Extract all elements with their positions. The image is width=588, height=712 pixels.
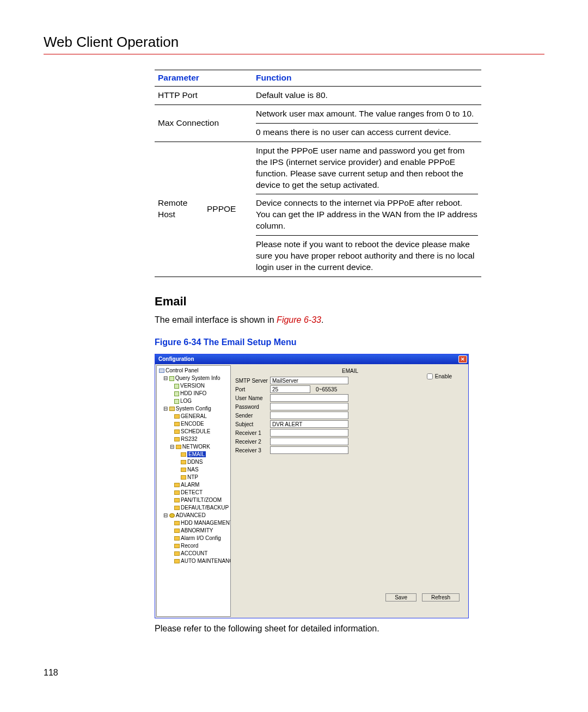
main-panel: EMAIL Enable SMTP Server Port 0~65535 Us…	[232, 364, 468, 618]
doc-icon	[169, 376, 174, 381]
port-input[interactable]	[270, 385, 310, 393]
cell-pppoe: PPPOE	[204, 142, 253, 277]
refresh-button[interactable]: Refresh	[422, 593, 460, 601]
subject-input[interactable]	[270, 420, 348, 428]
tree-item[interactable]: DETECT	[181, 489, 203, 495]
label-subject: Subject	[235, 421, 270, 428]
folder-icon	[176, 445, 181, 449]
folder-icon	[174, 414, 180, 419]
section-after: Please refer to the following sheet for …	[155, 623, 544, 635]
folder-icon	[181, 452, 186, 457]
text: .	[321, 315, 323, 324]
tree-item[interactable]: DEFAULT/BACKUP	[181, 505, 229, 511]
label-receiver1: Receiver 1	[235, 429, 270, 437]
figure-link: Figure 6-33	[277, 315, 321, 324]
enable-label: Enable	[435, 373, 452, 380]
folder-icon	[181, 468, 186, 472]
tree-item[interactable]: VERSION	[180, 383, 205, 389]
tree-root[interactable]: Control Panel	[166, 367, 199, 373]
doc-icon	[174, 399, 179, 404]
smtp-input[interactable]	[270, 377, 348, 384]
folder-icon	[174, 422, 180, 426]
folder-icon	[174, 551, 180, 556]
figure-caption: Figure 6-34 The Email Setup Menu	[155, 336, 544, 348]
tree-item[interactable]: ENCODE	[181, 421, 204, 427]
label-port: Port	[235, 386, 270, 394]
folder-icon	[174, 506, 180, 510]
th-function: Function	[253, 70, 481, 87]
tree-item[interactable]: HDD INFO	[180, 390, 206, 396]
label-username: User Name	[235, 395, 270, 402]
cell-http-port: HTTP Port	[155, 87, 253, 105]
password-input[interactable]	[270, 403, 348, 410]
tree-item[interactable]: SCHEDULE	[181, 428, 210, 434]
save-button[interactable]: Save	[385, 593, 416, 601]
screenshot-window: Configuration ✕ Control Panel ⊟ Query Sy…	[155, 354, 469, 618]
tree-item[interactable]: DDNS	[187, 459, 203, 465]
label-receiver2: Receiver 2	[235, 438, 270, 446]
port-hint: 0~65535	[316, 386, 337, 394]
tree-item[interactable]: ABNORMITY	[181, 527, 213, 533]
cell-max-conn: Max Connection	[155, 105, 253, 142]
tree-item[interactable]: ADVANCED	[176, 512, 206, 518]
text: Input the PPPoE user name and password y…	[256, 145, 478, 191]
receiver2-input[interactable]	[270, 438, 348, 445]
title-rule	[44, 54, 544, 54]
enable-checkbox[interactable]	[427, 373, 433, 379]
folder-icon	[174, 437, 180, 441]
cell-pppoe-func: Input the PPPoE user name and password y…	[253, 142, 481, 277]
tree-item[interactable]: Alarm I/O Config	[181, 535, 221, 541]
text: Network user max amount. The value range…	[256, 108, 478, 120]
folder-icon	[181, 475, 186, 480]
cell-remote-host: Remote Host	[155, 142, 204, 277]
tree-item[interactable]: RS232	[181, 436, 198, 442]
folder-icon	[174, 559, 180, 563]
tree-item[interactable]: ALARM	[181, 482, 199, 488]
cell-http-port-func: Default value is 80.	[253, 87, 481, 105]
nav-tree[interactable]: Control Panel ⊟ Query System Info VERSIO…	[156, 365, 231, 617]
section-intro: The email interface is shown in Figure 6…	[155, 314, 544, 326]
section-heading: Email	[155, 293, 544, 310]
tree-item[interactable]: PAN/TILT/ZOOM	[181, 497, 222, 503]
titlebar: Configuration ✕	[155, 354, 468, 364]
tree-item[interactable]: ACCOUNT	[181, 550, 207, 556]
label-password: Password	[235, 403, 270, 411]
doc-icon	[174, 391, 179, 396]
label-sender: Sender	[235, 412, 270, 420]
th-parameter: Parameter	[155, 70, 253, 87]
parameter-table: Parameter Function HTTP Port Default val…	[155, 70, 481, 277]
tree-item[interactable]: AUTO MAINTENANCE	[181, 558, 231, 564]
tree-item[interactable]: NTP	[187, 474, 198, 480]
tree-item[interactable]: LOG	[180, 398, 192, 404]
label-smtp: SMTP Server	[235, 377, 270, 385]
folder-icon	[174, 429, 180, 434]
folder-icon	[174, 544, 180, 548]
folder-icon	[181, 460, 186, 464]
folder-icon	[174, 490, 180, 495]
close-icon[interactable]: ✕	[458, 355, 467, 363]
tree-item[interactable]: NAS	[187, 467, 199, 472]
folder-icon	[174, 536, 180, 541]
text: Please note if you want to reboot the de…	[256, 235, 478, 273]
box-icon	[169, 407, 175, 411]
label-receiver3: Receiver 3	[235, 447, 270, 455]
folder-icon	[174, 483, 180, 487]
tree-item[interactable]: NETWORK	[182, 444, 210, 450]
sender-input[interactable]	[270, 412, 348, 419]
username-input[interactable]	[270, 394, 348, 402]
folder-icon	[174, 498, 180, 502]
text: 0 means there is no user can access curr…	[256, 123, 478, 138]
titlebar-text: Configuration	[158, 355, 194, 363]
doc-icon	[174, 384, 179, 389]
tree-item[interactable]: System Config	[176, 406, 211, 412]
text: The email interface is shown in	[155, 315, 277, 324]
receiver3-input[interactable]	[270, 446, 348, 454]
tree-item[interactable]: Record	[181, 543, 198, 549]
page-title: Web Client Operation	[44, 33, 544, 52]
tree-item[interactable]: GENERAL	[181, 413, 207, 419]
folder-icon	[174, 529, 180, 533]
tree-item[interactable]: Query System Info	[175, 375, 220, 381]
tree-item-selected[interactable]: EMAIL	[187, 451, 206, 457]
receiver1-input[interactable]	[270, 429, 348, 437]
tree-item[interactable]: HDD MANAGEMENT	[181, 520, 231, 526]
